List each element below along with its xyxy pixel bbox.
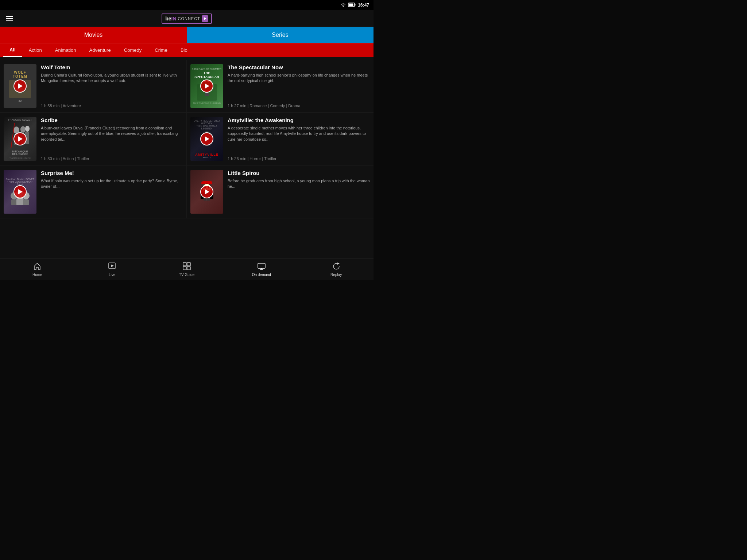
movie-title-wolf-totem: Wolf Totem	[41, 64, 183, 70]
nav-home-label: Home	[32, 273, 42, 277]
status-bar: 16:47	[0, 0, 374, 10]
status-icons: 16:47	[340, 3, 369, 8]
movie-card-amytville[interactable]: EVERY HOUSE HAS A HISTORY.THIS ONE WAS A…	[187, 113, 374, 166]
movie-desc-scribe: A burn-out leaves Duval (Francois Cluzet…	[41, 125, 183, 153]
poster-spectacular-now: 1000 DAYS OF SUMMER THE SPECTACULAR NOW …	[190, 64, 223, 108]
poster-wolf-totem: WOLF TOTEM 3D	[4, 64, 36, 108]
movie-desc-amytville: A desperate single mother moves with her…	[228, 125, 370, 153]
movie-meta-amytville: 1 h 26 min | Horror | Thriller	[228, 156, 370, 161]
tab-movies[interactable]: Movies	[0, 27, 187, 43]
movie-desc-wolf-totem: During China's Cultural Revolution, a yo…	[41, 73, 183, 101]
nav-home[interactable]: Home	[0, 258, 75, 280]
play-button-spectacular-now[interactable]	[200, 79, 213, 93]
play-button-amytville[interactable]	[200, 132, 213, 145]
tab-series[interactable]: Series	[187, 27, 374, 43]
status-time: 16:47	[358, 3, 369, 8]
movie-desc-little-spirou: Before he graduates from high school, a …	[228, 178, 370, 211]
play-button-scribe[interactable]	[13, 132, 27, 145]
movie-card-surprise-me[interactable]: Jonathan David · BONET · Nora GUENNEMAN …	[0, 166, 187, 218]
genre-adventure[interactable]: Adventure	[83, 43, 117, 57]
svg-rect-27	[201, 182, 212, 184]
movie-card-scribe[interactable]: FRANCOIS CLUZET MÉCANIQUEDE L'OMBRE	[0, 113, 187, 166]
movie-card-wolf-totem[interactable]: WOLF TOTEM 3D Wolf Totem	[0, 60, 187, 113]
movies-grid: WOLF TOTEM 3D Wolf Totem	[0, 60, 374, 218]
movie-info-little-spirou: Little Spirou Before he graduates from h…	[228, 170, 370, 214]
svg-point-0	[343, 6, 344, 7]
hamburger-menu[interactable]	[6, 16, 13, 21]
replay-icon	[332, 262, 340, 272]
top-bar: beIN CONNECT	[0, 10, 374, 27]
nav-replay[interactable]: Replay	[299, 258, 374, 280]
movie-info-spectacular-now: The Spectacular Now A hard-partying high…	[228, 64, 370, 108]
svg-rect-38	[187, 262, 190, 266]
play-button-wolf-totem[interactable]	[13, 79, 27, 93]
wifi-icon	[340, 3, 346, 8]
svg-rect-41	[258, 263, 265, 268]
movie-title-spectacular-now: The Spectacular Now	[228, 64, 370, 70]
live-icon	[108, 262, 116, 272]
genre-animation[interactable]: Animation	[49, 43, 83, 57]
nav-tvguide-label: TV Guide	[179, 273, 194, 277]
battery-icon	[348, 3, 356, 8]
logo-be: be	[165, 16, 171, 22]
genre-action[interactable]: Action	[22, 43, 49, 57]
bein-connect-logo: beIN CONNECT	[162, 13, 212, 24]
svg-rect-40	[187, 267, 190, 270]
movie-card-spectacular-now[interactable]: 1000 DAYS OF SUMMER THE SPECTACULAR NOW …	[187, 60, 374, 113]
nav-live-label: Live	[109, 273, 115, 277]
logo-play-icon	[202, 15, 208, 22]
nav-ondemand[interactable]: On demand	[224, 258, 299, 280]
genre-all[interactable]: All	[3, 43, 22, 57]
movie-info-amytville: Amytville: the Awakening A desperate sin…	[228, 117, 370, 161]
movie-title-surprise-me: Surprise Me!	[41, 170, 183, 176]
nav-tvguide[interactable]: TV Guide	[150, 258, 224, 280]
play-button-little-spirou[interactable]	[200, 185, 213, 198]
svg-rect-37	[183, 262, 186, 266]
svg-rect-23	[11, 199, 17, 205]
genre-bar: All Action Animation Adventure Comedy Cr…	[0, 43, 374, 57]
movie-title-little-spirou: Little Spirou	[228, 170, 370, 176]
movie-title-amytville: Amytville: the Awakening	[228, 117, 370, 123]
svg-rect-3	[349, 4, 353, 6]
svg-rect-39	[183, 267, 186, 270]
genre-comedy[interactable]: Comedy	[117, 43, 148, 57]
movie-desc-spectacular-now: A hard-partying high school senior's phi…	[228, 73, 370, 101]
poster-little-spirou	[190, 170, 223, 214]
poster-amytville: EVERY HOUSE HAS A HISTORY.THIS ONE WAS A…	[190, 117, 223, 161]
logo-in: IN	[171, 16, 176, 22]
svg-marker-4	[204, 17, 206, 20]
movie-info-surprise-me: Surprise Me! What if pain was merely a s…	[41, 170, 183, 214]
nav-replay-label: Replay	[330, 273, 342, 277]
movie-info-scribe: Scribe A burn-out leaves Duval (Francois…	[41, 117, 183, 161]
movie-desc-surprise-me: What if pain was merely a set up for the…	[41, 178, 183, 211]
svg-point-14	[25, 126, 30, 132]
svg-rect-26	[202, 181, 212, 182]
svg-point-12	[20, 126, 26, 133]
svg-marker-44	[337, 262, 340, 265]
genre-crime[interactable]: Crime	[148, 43, 174, 57]
home-icon	[33, 262, 41, 272]
svg-rect-24	[16, 199, 24, 205]
nav-ondemand-label: On demand	[252, 273, 271, 277]
movie-card-little-spirou[interactable]: Little Spirou Before he graduates from h…	[187, 166, 374, 218]
movie-title-scribe: Scribe	[41, 117, 183, 123]
logo-connect-text: CONNECT	[178, 16, 200, 21]
nav-live[interactable]: Live	[75, 258, 150, 280]
ondemand-icon	[258, 262, 266, 272]
movie-meta-wolf-totem: 1 h 58 min | Adventure	[41, 104, 183, 108]
movie-meta-spectacular-now: 1 h 27 min | Romance | Comedy | Drama	[228, 104, 370, 108]
svg-rect-7	[205, 93, 209, 96]
genre-bio[interactable]: Bio	[174, 43, 194, 57]
svg-marker-36	[111, 264, 114, 267]
bottom-nav: Home Live TV Guide	[0, 258, 374, 280]
movie-meta-scribe: 1 h 30 min | Action | Thriller	[41, 156, 183, 161]
movie-info-wolf-totem: Wolf Totem During China's Cultural Revol…	[41, 64, 183, 108]
poster-surprise-me: Jonathan David · BONET · Nora GUENNEMAN …	[4, 170, 36, 214]
tvguide-icon	[183, 262, 191, 272]
main-tabs: Movies Series	[0, 27, 374, 43]
svg-rect-2	[355, 4, 356, 6]
poster-scribe: FRANCOIS CLUZET MÉCANIQUEDE L'OMBRE	[4, 117, 36, 161]
content-area: WOLF TOTEM 3D Wolf Totem	[0, 57, 374, 258]
play-button-surprise-me[interactable]	[13, 185, 27, 198]
svg-rect-25	[23, 199, 29, 205]
